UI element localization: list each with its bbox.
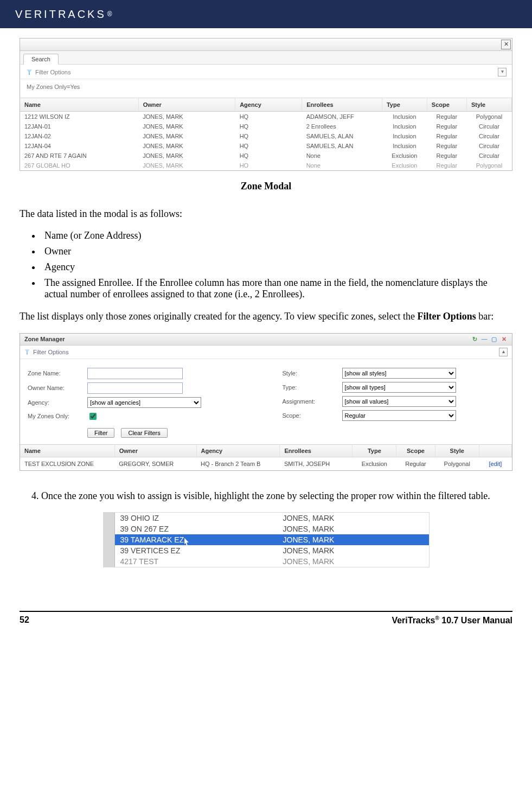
- zm-filter-options-bar[interactable]: Filter Options ▴: [20, 346, 512, 359]
- maximize-icon[interactable]: ▢: [490, 336, 498, 343]
- my-zones-checkbox[interactable]: [89, 413, 97, 420]
- agency-select[interactable]: [show all agencies]: [87, 397, 201, 408]
- table-row[interactable]: 1212 WILSON IZJONES, MARKHQADAMSON, JEFF…: [20, 112, 512, 122]
- col-agency[interactable]: Agency: [196, 444, 280, 457]
- col-style[interactable]: Style: [435, 444, 479, 457]
- minimize-icon[interactable]: —: [480, 336, 488, 343]
- figure-caption: Zone Modal: [20, 181, 512, 192]
- step-4: Once the zone you wish to assign is visi…: [41, 489, 512, 502]
- col-owner[interactable]: Owner: [138, 98, 235, 112]
- collapse-icon[interactable]: ▾: [498, 68, 507, 76]
- row-gutter: [104, 513, 115, 567]
- manual-title: VeriTracks® 10.7 User Manual: [392, 615, 512, 625]
- table-row[interactable]: 267 GLOBAL HOJONES, MARKHONoneExclusionR…: [20, 161, 512, 170]
- step-list: Once the zone you wish to assign is visi…: [41, 489, 512, 502]
- row-selection-example: 39 OHIO IZJONES, MARK39 ON 267 EZJONES, …: [103, 512, 430, 567]
- bullet-list: Name (or Zone Address)OwnerAgencyThe ass…: [41, 230, 512, 300]
- table-row[interactable]: 12JAN-04JONES, MARKHQSAMUELS, ALANInclus…: [20, 141, 512, 151]
- table-row[interactable]: 267 AND RTE 7 AGAINJONES, MARKHQNoneExcl…: [20, 151, 512, 161]
- zone-manager-panel: Zone Manager ↻ — ▢ ✕ Filter Options ▴ Zo…: [20, 333, 512, 471]
- filter-button[interactable]: Filter: [87, 428, 114, 438]
- list-item: Owner: [41, 246, 512, 257]
- table-row[interactable]: 4217 TESTJONES, MARK: [115, 556, 429, 567]
- paragraph-filter: The list displays only those zones origi…: [20, 310, 512, 323]
- assignment-select[interactable]: [show all values]: [342, 396, 456, 407]
- table-row[interactable]: TEST EXCLUSION ZONE GREGORY, SOMER HQ - …: [20, 457, 512, 470]
- col-owner[interactable]: Owner: [114, 444, 196, 457]
- refresh-icon[interactable]: ↻: [471, 336, 478, 343]
- label-my-zones: My Zones Only:: [28, 413, 82, 419]
- col-scope[interactable]: Scope: [427, 98, 466, 112]
- table-row[interactable]: 39 TAMARACK EZJONES, MARK: [115, 534, 429, 545]
- col-type[interactable]: Type: [382, 98, 427, 112]
- col-enrollees[interactable]: Enrollees: [302, 98, 382, 112]
- page-number: 52: [20, 615, 29, 625]
- col-name[interactable]: Name: [20, 98, 138, 112]
- zm-results-table: Name Owner Agency Enrollees Type Scope S…: [20, 444, 512, 470]
- zone-name-input[interactable]: [87, 368, 183, 379]
- label-scope: Scope:: [283, 412, 337, 419]
- zones-table: Name Owner Agency Enrollees Type Scope S…: [20, 98, 512, 170]
- col-name[interactable]: Name: [20, 444, 114, 457]
- scope-select[interactable]: Regular: [342, 410, 456, 421]
- list-item: The assigned Enrollee. If the Enrollee c…: [41, 277, 512, 300]
- page-footer: 52 VeriTracks® 10.7 User Manual: [20, 611, 512, 625]
- paragraph-intro: The data listed in the modal is as follo…: [20, 207, 512, 220]
- label-style: Style:: [283, 370, 337, 376]
- zone-manager-titlebar: Zone Manager ↻ — ▢ ✕: [20, 334, 512, 346]
- filter-options-bar[interactable]: Filter Options ▾: [20, 65, 512, 79]
- label-type: Type:: [283, 384, 337, 391]
- list-item: Agency: [41, 261, 512, 273]
- owner-name-input[interactable]: [87, 382, 183, 394]
- filter-options-label: Filter Options: [35, 69, 70, 75]
- brand-logo: VERITRACKS: [15, 8, 106, 21]
- col-style[interactable]: Style: [466, 98, 511, 112]
- edit-link[interactable]: [edit]: [489, 461, 502, 467]
- close-icon[interactable]: ✕: [501, 40, 511, 49]
- table-row[interactable]: 12JAN-01JONES, MARKHQ2 EnrolleesInclusio…: [20, 122, 512, 131]
- table-row[interactable]: 39 ON 267 EZJONES, MARK: [115, 523, 429, 534]
- table-row[interactable]: 39 OHIO IZJONES, MARK: [115, 513, 429, 523]
- style-select[interactable]: [show all styles]: [342, 368, 456, 379]
- zone-modal: ✕ Search Filter Options ▾ My Zones Only=…: [20, 38, 512, 171]
- funnel-icon: [24, 349, 30, 355]
- label-owner-name: Owner Name:: [28, 385, 82, 391]
- type-select[interactable]: [show all types]: [342, 382, 456, 393]
- collapse-icon[interactable]: ▴: [499, 348, 508, 356]
- label-assignment: Assignment:: [283, 398, 337, 405]
- filter-summary: My Zones Only=Yes: [20, 79, 512, 98]
- tab-search[interactable]: Search: [23, 54, 59, 65]
- col-enrollees[interactable]: Enrollees: [280, 444, 352, 457]
- zone-manager-title: Zone Manager: [24, 336, 65, 342]
- label-zone-name: Zone Name:: [28, 370, 82, 376]
- col-agency[interactable]: Agency: [235, 98, 302, 112]
- table-row[interactable]: 39 VERTICES EZJONES, MARK: [115, 545, 429, 556]
- funnel-icon: [27, 69, 32, 75]
- list-item: Name (or Zone Address): [41, 230, 512, 241]
- col-type[interactable]: Type: [352, 444, 396, 457]
- modal-topbar: ✕: [20, 39, 512, 51]
- brand-registered: ®: [107, 10, 112, 18]
- table-row[interactable]: 12JAN-02JONES, MARKHQSAMUELS, ALANInclus…: [20, 131, 512, 141]
- clear-filters-button[interactable]: Clear Filters: [121, 428, 167, 438]
- label-agency: Agency:: [28, 399, 82, 406]
- app-header: VERITRACKS®: [0, 0, 532, 28]
- col-actions: [479, 444, 511, 457]
- close-icon[interactable]: ✕: [500, 336, 508, 343]
- col-scope[interactable]: Scope: [396, 444, 435, 457]
